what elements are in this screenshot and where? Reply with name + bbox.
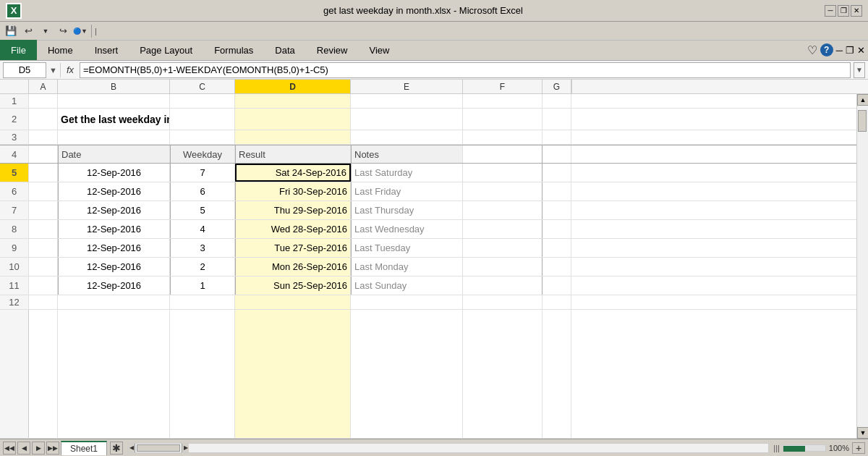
cell-d3[interactable] — [235, 130, 351, 144]
scroll-thumb[interactable] — [858, 110, 867, 132]
cell-e1[interactable] — [351, 94, 463, 108]
cell-b8[interactable]: 12-Sep-2016 — [58, 220, 170, 238]
cell-g3[interactable] — [542, 130, 571, 144]
horizontal-scrollbar[interactable]: ◀ ▶ — [127, 443, 769, 453]
cell-e7[interactable]: Last Thursday — [351, 201, 463, 219]
cell-a12[interactable] — [29, 295, 58, 309]
cell-reference-box[interactable]: D5 — [3, 62, 46, 78]
cell-b12[interactable] — [58, 295, 170, 309]
vertical-scrollbar[interactable]: ▲ ▼ — [856, 94, 868, 439]
cell-d10[interactable]: Mon 26-Sep-2016 — [235, 258, 351, 276]
cell-b1[interactable] — [58, 94, 170, 108]
col-header-a[interactable]: A — [29, 80, 58, 93]
scroll-down-button[interactable]: ▼ — [857, 427, 868, 439]
tab-view[interactable]: View — [358, 40, 400, 60]
save-qat-button[interactable]: 💾 — [3, 23, 19, 39]
cell-g9[interactable] — [542, 239, 571, 257]
cell-g1[interactable] — [542, 94, 571, 108]
cell-c7[interactable]: 5 — [170, 201, 235, 219]
col-header-f[interactable]: F — [463, 80, 542, 93]
cell-d6[interactable]: Fri 30-Sep-2016 — [235, 182, 351, 200]
cell-g2[interactable] — [542, 109, 571, 130]
cell-g4[interactable] — [542, 145, 571, 163]
cell-a7[interactable] — [29, 201, 58, 219]
minimize-button[interactable]: ─ — [825, 5, 836, 17]
cell-b6[interactable]: 12-Sep-2016 — [58, 182, 170, 200]
cell-c12[interactable] — [170, 295, 235, 309]
cell-f10[interactable] — [463, 258, 542, 276]
nav-last-button[interactable]: ▶▶ — [46, 442, 59, 455]
cell-c1[interactable] — [170, 94, 235, 108]
tab-file[interactable]: File — [0, 40, 37, 60]
cell-d4-header[interactable]: Result — [235, 145, 351, 163]
close-ribbon-button[interactable]: ✕ — [857, 45, 865, 56]
cell-f5[interactable] — [463, 164, 542, 182]
cell-a2[interactable] — [29, 109, 58, 130]
cell-a8[interactable] — [29, 220, 58, 238]
nav-next-button[interactable]: ▶ — [32, 442, 45, 455]
hscroll-left-button[interactable]: ◀ — [128, 444, 135, 452]
cell-e9[interactable]: Last Tuesday — [351, 239, 463, 257]
cell-e3[interactable] — [351, 130, 463, 144]
cell-e5[interactable]: Last Saturday — [351, 164, 463, 182]
tab-home[interactable]: Home — [37, 40, 84, 60]
undo-dropdown-button[interactable]: ▼ — [38, 23, 54, 39]
cell-d5[interactable]: Sat 24-Sep-2016 — [235, 164, 351, 182]
sheet-tab-sheet1[interactable]: Sheet1 — [61, 441, 107, 455]
cell-ref-dropdown[interactable]: ▼ — [49, 66, 57, 75]
cell-g8[interactable] — [542, 220, 571, 238]
tab-page-layout[interactable]: Page Layout — [129, 40, 203, 60]
restore-button[interactable]: ❐ — [838, 5, 849, 17]
col-header-g[interactable]: G — [542, 80, 571, 93]
cell-f9[interactable] — [463, 239, 542, 257]
cell-c9[interactable]: 3 — [170, 239, 235, 257]
cell-c8[interactable]: 4 — [170, 220, 235, 238]
cell-e8[interactable]: Last Wednesday — [351, 220, 463, 238]
cell-d2[interactable] — [235, 109, 351, 130]
cell-e10[interactable]: Last Monday — [351, 258, 463, 276]
cell-f2[interactable] — [463, 109, 542, 130]
nav-prev-button[interactable]: ◀ — [17, 442, 30, 455]
nav-first-button[interactable]: ◀◀ — [3, 442, 16, 455]
cell-g6[interactable] — [542, 182, 571, 200]
cell-f1[interactable] — [463, 94, 542, 108]
cell-c2[interactable] — [170, 109, 235, 130]
new-sheet-button[interactable]: ✱ — [110, 442, 123, 455]
cell-e4-header[interactable]: Notes — [351, 145, 463, 163]
close-button[interactable]: ✕ — [851, 5, 862, 17]
minimize-ribbon-button[interactable]: ─ — [836, 45, 843, 56]
cell-d1[interactable] — [235, 94, 351, 108]
help-button[interactable]: ? — [820, 43, 833, 56]
cell-b4-header[interactable]: Date — [58, 145, 170, 163]
cell-f11[interactable] — [463, 276, 542, 295]
zoom-in-button[interactable]: + — [852, 442, 865, 454]
cell-f8[interactable] — [463, 220, 542, 238]
cell-d12[interactable] — [235, 295, 351, 309]
cell-b5[interactable]: 12-Sep-2016 — [58, 164, 170, 182]
cell-b7[interactable]: 12-Sep-2016 — [58, 201, 170, 219]
cell-c4-header[interactable]: Weekday — [170, 145, 235, 163]
cell-c5[interactable]: 7 — [170, 164, 235, 182]
scroll-up-button[interactable]: ▲ — [857, 94, 868, 106]
tab-review[interactable]: Review — [306, 40, 359, 60]
cell-g12[interactable] — [542, 295, 571, 309]
cell-g11[interactable] — [542, 276, 571, 295]
cell-f6[interactable] — [463, 182, 542, 200]
cell-a1[interactable] — [29, 94, 58, 108]
cell-c6[interactable]: 6 — [170, 182, 235, 200]
cell-d11[interactable]: Sun 25-Sep-2016 — [235, 276, 351, 295]
cell-a3[interactable] — [29, 130, 58, 144]
hscroll-right-button[interactable]: ▶ — [182, 444, 189, 452]
cell-e12[interactable] — [351, 295, 463, 309]
cell-a10[interactable] — [29, 258, 58, 276]
zoom-slider[interactable] — [783, 444, 826, 452]
cell-a9[interactable] — [29, 239, 58, 257]
cell-f7[interactable] — [463, 201, 542, 219]
cell-c11[interactable]: 1 — [170, 276, 235, 295]
cell-b11[interactable]: 12-Sep-2016 — [58, 276, 170, 295]
cell-c3[interactable] — [170, 130, 235, 144]
cell-e11[interactable]: Last Sunday — [351, 276, 463, 295]
cell-b3[interactable] — [58, 130, 170, 144]
cell-b9[interactable]: 12-Sep-2016 — [58, 239, 170, 257]
cell-g10[interactable] — [542, 258, 571, 276]
